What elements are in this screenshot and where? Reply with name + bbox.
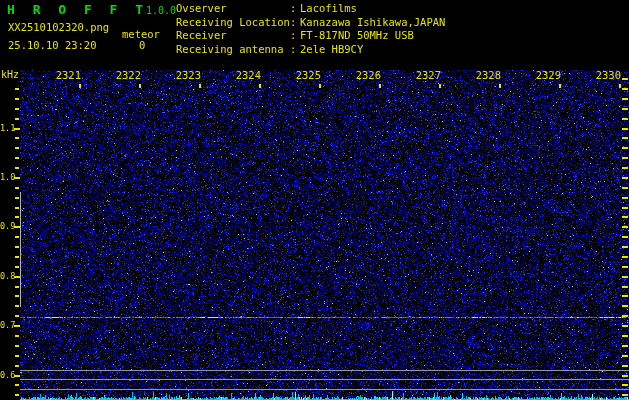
y-tick-mark-right xyxy=(622,78,628,80)
y-tick-mark xyxy=(15,167,19,169)
y-tick-mark-right xyxy=(622,266,628,268)
y-tick-mark xyxy=(15,137,19,139)
y-tick-mark xyxy=(15,88,19,90)
y-tick-mark xyxy=(15,345,19,347)
y-tick-label: 0.6 xyxy=(0,370,14,380)
y-axis-unit-label: kHz xyxy=(1,69,19,80)
info-value: Lacofilms xyxy=(300,2,357,14)
x-tick-mark xyxy=(379,84,381,88)
x-tick-label: 2329 xyxy=(535,69,561,81)
y-tick-mark-right xyxy=(622,355,628,357)
y-tick-mark-right xyxy=(622,394,628,396)
x-tick-mark xyxy=(199,84,201,88)
info-label: Receiving antenna xyxy=(176,43,290,57)
y-tick-mark-right xyxy=(622,365,628,367)
y-tick-mark xyxy=(15,108,19,110)
info-label: Receiving Location xyxy=(176,16,290,30)
y-tick-label: 1.1 xyxy=(0,123,14,133)
y-tick-mark-right xyxy=(622,236,628,238)
y-tick-mark-right xyxy=(622,108,628,110)
y-tick-mark xyxy=(15,295,19,297)
x-tick-label: 2321 xyxy=(55,69,81,81)
y-tick-mark-right xyxy=(622,187,628,189)
y-tick-mark xyxy=(15,98,19,100)
y-tick-label: 0.8 xyxy=(0,271,14,281)
y-tick-mark-right xyxy=(622,305,628,307)
y-tick-mark-right xyxy=(622,276,628,278)
y-tick-mark-right xyxy=(622,197,628,199)
y-tick-label: 1.0 xyxy=(0,172,14,182)
app-title: H R O F F T xyxy=(7,2,148,17)
hrofft-screen: H R O F F T 1.0.0 XX2510102320.png meteo… xyxy=(0,0,629,400)
y-tick-mark-right xyxy=(622,325,628,327)
info-separator: : xyxy=(290,16,300,30)
y-tick-mark xyxy=(15,305,19,307)
x-tick-label: 2322 xyxy=(115,69,141,81)
y-tick-mark-right xyxy=(622,207,628,209)
y-tick-mark-right xyxy=(622,128,628,130)
y-tick-mark-right xyxy=(622,345,628,347)
y-tick-mark-right xyxy=(622,167,628,169)
y-tick-mark xyxy=(15,384,19,386)
datetime-stamp: 25.10.10 23:20 xyxy=(8,39,97,51)
y-tick-mark-right xyxy=(622,137,628,139)
x-tick-label: 2324 xyxy=(235,69,261,81)
y-tick-mark-right xyxy=(622,118,628,120)
y-tick-mark-right xyxy=(622,88,628,90)
y-tick-mark xyxy=(15,216,19,218)
y-tick-mark-right xyxy=(622,226,628,228)
info-label: Ovserver xyxy=(176,2,290,16)
y-tick-mark xyxy=(15,365,19,367)
x-tick-mark xyxy=(139,84,141,88)
x-tick-label: 2328 xyxy=(475,69,501,81)
y-tick-mark-right xyxy=(622,315,628,317)
station-info-row: Receiving Location:Kanazawa Ishikawa,JAP… xyxy=(176,16,445,30)
y-tick-mark-right xyxy=(622,157,628,159)
y-tick-mark xyxy=(15,207,19,209)
y-tick-mark-right xyxy=(622,216,628,218)
y-tick-mark xyxy=(15,266,19,268)
y-tick-mark xyxy=(15,246,19,248)
x-tick-mark xyxy=(619,84,621,88)
app-version: 1.0.0 xyxy=(146,5,176,16)
info-value: 2ele HB9CY xyxy=(300,43,363,55)
y-tick-mark-right xyxy=(622,295,628,297)
spectrogram-canvas xyxy=(0,0,629,400)
y-tick-mark xyxy=(15,355,19,357)
station-info-row: Ovserver:Lacofilms xyxy=(176,2,445,16)
info-value: FT-817ND 50MHz USB xyxy=(300,29,414,41)
y-tick-mark xyxy=(15,118,19,120)
y-tick-mark-right xyxy=(622,286,628,288)
x-tick-label: 2327 xyxy=(415,69,441,81)
y-tick-mark-right xyxy=(622,335,628,337)
y-tick-mark xyxy=(15,315,19,317)
x-tick-label: 2330 xyxy=(595,69,621,81)
y-tick-mark-right xyxy=(622,98,628,100)
output-filename: XX2510102320.png xyxy=(8,21,109,33)
y-tick-mark-right xyxy=(622,256,628,258)
y-tick-mark xyxy=(15,286,19,288)
y-tick-mark xyxy=(15,236,19,238)
info-separator: : xyxy=(290,2,300,16)
y-tick-mark xyxy=(15,256,19,258)
station-info-block: Ovserver:LacofilmsReceiving Location:Kan… xyxy=(176,2,445,57)
info-label: Receiver xyxy=(176,29,290,43)
x-tick-label: 2323 xyxy=(175,69,201,81)
y-tick-mark-right xyxy=(622,177,628,179)
x-tick-mark xyxy=(259,84,261,88)
y-tick-label: 0.9 xyxy=(0,221,14,231)
station-info-row: Receiving antenna:2ele HB9CY xyxy=(176,43,445,57)
meteor-counter-value: 0 xyxy=(139,39,145,51)
station-info-row: Receiver:FT-817ND 50MHz USB xyxy=(176,29,445,43)
info-separator: : xyxy=(290,29,300,43)
x-tick-mark xyxy=(499,84,501,88)
y-tick-mark-right xyxy=(622,246,628,248)
y-tick-label: 0.7 xyxy=(0,320,14,330)
y-tick-mark-right xyxy=(622,147,628,149)
y-tick-mark-right xyxy=(622,384,628,386)
x-tick-mark xyxy=(79,84,81,88)
x-tick-mark xyxy=(319,84,321,88)
y-tick-mark-right xyxy=(622,375,628,377)
y-tick-mark xyxy=(15,197,19,199)
x-tick-mark xyxy=(559,84,561,88)
